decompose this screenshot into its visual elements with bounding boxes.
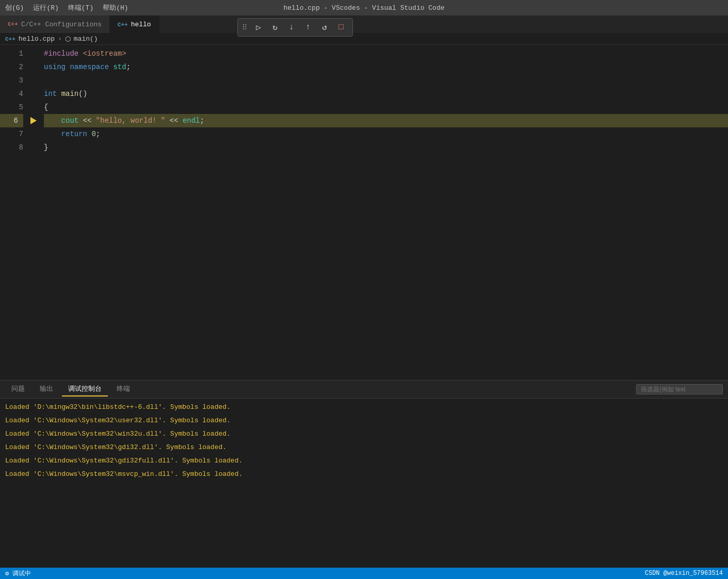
console-line-4: Loaded 'C:\Windows\System32\gdi32.dll'. … <box>0 441 728 454</box>
tab-config-label: C/C++ Configurations <box>21 21 102 28</box>
code-editor[interactable]: #include <iostream> using namespace std … <box>39 45 728 380</box>
token-std: std <box>113 60 126 74</box>
debug-step-out-btn[interactable]: ↑ <box>301 20 315 35</box>
title-bar: 创(G) 运行(R) 终端(T) 帮助(H) hello.cpp - VScod… <box>0 0 728 15</box>
breadcrumb-symbol-icon: ⬡ <box>65 35 71 43</box>
gutter <box>28 45 39 380</box>
token-cout: cout <box>61 114 79 127</box>
cpp-icon: C++ <box>118 22 128 28</box>
console-output: Loaded 'D:\mingw32\bin\libstdc++-6.dll'.… <box>0 399 728 579</box>
panel-tab-bar: 问题 输出 调试控制台 终端 <box>0 381 728 399</box>
token-semi3: ; <box>96 127 100 141</box>
menu-run[interactable]: 运行(R) <box>33 3 58 12</box>
code-line-1: #include <iostream> <box>44 47 728 60</box>
debug-step-into-btn[interactable]: ↓ <box>284 20 299 35</box>
code-line-6: cout << "hello, world! " << endl ; <box>44 114 728 127</box>
menu-create[interactable]: 创(G) <box>5 3 24 12</box>
status-bar: ⚙ 调试中 CSDN @weixin_57963514 <box>0 568 728 579</box>
code-line-8: } <box>44 141 728 154</box>
breadcrumb-symbol[interactable]: main() <box>74 35 98 43</box>
filter-input[interactable] <box>636 384 723 394</box>
token-close-brace: } <box>44 141 48 154</box>
token-return: return <box>61 127 87 141</box>
tab-config[interactable]: C++ C/C++ Configurations <box>0 15 110 33</box>
line-numbers: 1 2 3 4 5 6 7 8 <box>0 45 28 380</box>
status-user: CSDN @weixin_57963514 <box>645 570 723 577</box>
token-semi1: ; <box>126 60 131 74</box>
tab-terminal[interactable]: 终端 <box>110 382 136 396</box>
token-lshift1: << <box>83 114 92 127</box>
debug-continue-btn[interactable]: ▷ <box>251 20 266 35</box>
status-right: CSDN @weixin_57963514 <box>645 570 723 577</box>
token-string: "hello, world! " <box>96 114 165 127</box>
breadcrumb-separator: › <box>58 35 62 43</box>
console-line-5: Loaded 'C:\Windows\System32\gdi32full.dl… <box>0 454 728 468</box>
drag-handle[interactable]: ⠿ <box>242 23 247 32</box>
window-title: hello.cpp - VScodes - Visual Studio Code <box>283 4 444 12</box>
tab-problems[interactable]: 问题 <box>5 382 31 396</box>
console-line-1: Loaded 'D:\mingw32\bin\libstdc++-6.dll'.… <box>0 401 728 414</box>
token-lshift2: << <box>170 114 179 127</box>
code-line-4: int main () <box>44 87 728 101</box>
token-using: using <box>44 60 66 74</box>
token-parens: () <box>78 87 87 101</box>
panel-area: 问题 输出 调试控制台 终端 Loaded 'D:\mingw32\bin\li… <box>0 380 728 579</box>
execution-pointer <box>30 117 37 124</box>
status-debug: ⚙ 调试中 <box>5 569 31 578</box>
console-line-2: Loaded 'C:\Windows\System32\user32.dll'.… <box>0 414 728 427</box>
token-include-path: <iostream> <box>83 47 126 60</box>
console-line-3: Loaded 'C:\Windows\System32\win32u.dll'.… <box>0 427 728 441</box>
code-line-7: return 0 ; <box>44 127 728 141</box>
code-line-5: { <box>44 101 728 114</box>
breadcrumb-file[interactable]: hello.cpp <box>19 35 55 43</box>
debug-stop-btn[interactable]: □ <box>334 20 348 35</box>
tab-hello[interactable]: C++ hello <box>110 15 159 33</box>
breadcrumb: C++ hello.cpp › ⬡ main() <box>0 34 728 45</box>
tab-hello-label: hello <box>131 21 151 28</box>
token-semi2: ; <box>200 114 204 127</box>
status-left: ⚙ 调试中 <box>5 569 31 578</box>
debug-step-over-btn[interactable]: ↻ <box>268 20 282 35</box>
token-zero: 0 <box>91 127 95 141</box>
tab-debug-console[interactable]: 调试控制台 <box>62 382 108 396</box>
token-main: main <box>61 87 79 101</box>
token-int: int <box>44 87 57 101</box>
menu-terminal[interactable]: 终端(T) <box>68 3 93 12</box>
code-line-3 <box>44 74 728 87</box>
breadcrumb-file-icon: C++ <box>5 36 15 42</box>
debug-toolbar: ⠿ ▷ ↻ ↓ ↑ ↺ □ <box>237 18 353 37</box>
token-namespace: namespace <box>70 60 109 74</box>
token-include-kw: #include <box>44 47 78 60</box>
menu-help[interactable]: 帮助(H) <box>103 3 128 12</box>
menu-bar[interactable]: 创(G) 运行(R) 终端(T) 帮助(H) <box>5 3 128 12</box>
token-open-brace: { <box>44 101 48 114</box>
editor-area: 1 2 3 4 5 6 7 8 #include <iostream> usin… <box>0 45 728 380</box>
debug-restart-btn[interactable]: ↺ <box>317 20 332 35</box>
tab-output[interactable]: 输出 <box>34 382 59 396</box>
token-endl: endl <box>183 114 200 127</box>
tab-bar: C++ C/C++ Configurations C++ hello ⠿ ▷ ↻… <box>0 15 728 34</box>
console-line-6: Loaded 'C:\Windows\System32\msvcp_win.dl… <box>0 468 728 481</box>
code-line-2: using namespace std ; <box>44 60 728 74</box>
c-icon: C++ <box>8 21 18 27</box>
